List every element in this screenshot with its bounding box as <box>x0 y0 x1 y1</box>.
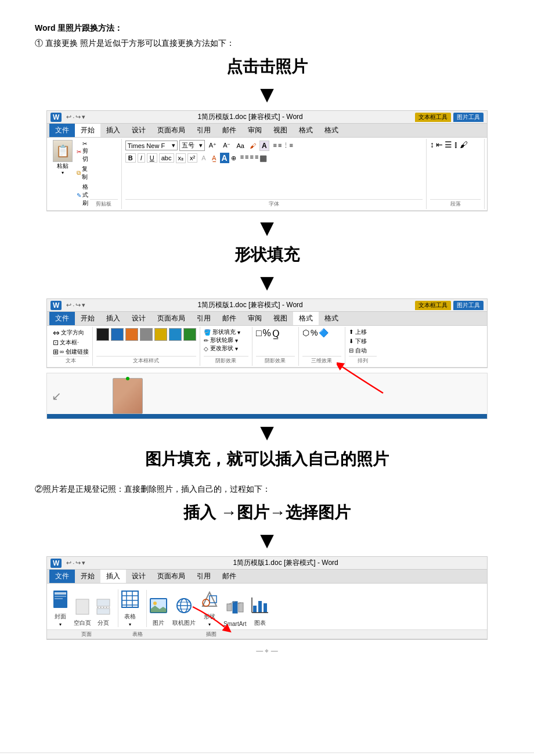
font-size-dropdown[interactable]: ▾ <box>199 142 203 149</box>
tab-format1-2[interactable]: 格式 <box>293 312 319 325</box>
arrange-top-icon[interactable]: ⬆ 上移 <box>349 328 377 336</box>
shape-outline-dropdown[interactable]: ▾ <box>235 337 238 344</box>
arrange-auto-icon[interactable]: ⊟ 自动 <box>349 347 377 355</box>
font-grow-btn[interactable]: A⁺ <box>207 141 219 150</box>
insert-chart-btn[interactable]: 图表 <box>251 596 269 627</box>
aa-btn[interactable]: Aa <box>234 142 246 150</box>
para-border-icon[interactable]: ☰ <box>445 140 452 149</box>
tab-file-1[interactable]: 文件 <box>49 124 75 137</box>
tab-design-2[interactable]: 设计 <box>126 312 151 325</box>
tab-layout-1[interactable]: 页面布局 <box>151 124 191 137</box>
redo-btn[interactable]: ↪ <box>75 113 81 121</box>
redo-btn-3[interactable]: ↪ <box>75 559 81 567</box>
threed-icon1[interactable]: ⬡ <box>302 328 309 337</box>
tab-layout-2[interactable]: 页面布局 <box>151 312 191 325</box>
para-spacing-icon[interactable]: ↕ <box>430 140 434 149</box>
table-dropdown[interactable]: ▾ <box>129 622 131 627</box>
insert-cover-btn[interactable]: 封面 ▾ <box>52 589 69 627</box>
circle-btn[interactable]: ⊕ <box>231 154 236 162</box>
tool-tab-text-2[interactable]: 文本框工具 <box>415 301 451 310</box>
formatbrush-btn[interactable]: ✎ 格式刷 <box>75 182 90 208</box>
para-icon5[interactable]: ▦ <box>259 153 267 163</box>
tab-file-3[interactable]: 文件 <box>49 570 75 583</box>
list-icon[interactable]: ⋮≡ <box>283 142 293 149</box>
paste-icon[interactable]: 📋 <box>53 140 73 162</box>
swatch-blue[interactable] <box>111 328 124 341</box>
arrange-bottom-icon[interactable]: ⬇ 下移 <box>349 337 377 345</box>
font-color-btn[interactable]: 🖌 <box>248 142 258 150</box>
copy-btn[interactable]: ⧉ 复制 <box>75 164 90 182</box>
font-highlight-btn[interactable]: A <box>259 141 269 151</box>
bold-btn[interactable]: B <box>125 153 136 163</box>
tab-insert-1[interactable]: 插入 <box>100 124 126 137</box>
tab-mail-3[interactable]: 邮件 <box>217 570 242 583</box>
strikethrough-btn[interactable]: abc <box>159 153 174 163</box>
cover-dropdown[interactable]: ▾ <box>59 622 62 627</box>
tool-tab-text[interactable]: 文本框工具 <box>415 113 451 122</box>
shadow-icon2[interactable]: % <box>263 328 271 339</box>
shape-fill-btn[interactable]: 🪣 形状填充 ▾ <box>204 328 248 336</box>
tab-view-1[interactable]: 视图 <box>268 124 293 137</box>
font-size-select[interactable]: 五号 ▾ <box>179 140 205 151</box>
shape-fill-dropdown[interactable]: ▾ <box>237 329 240 336</box>
font-color2-btn[interactable]: A <box>199 153 208 163</box>
underline-btn[interactable]: U <box>147 153 157 163</box>
create-link-icon[interactable]: ⊞ <box>53 348 59 356</box>
paste-label[interactable]: 粘贴 <box>57 162 68 170</box>
tab-insert-2[interactable]: 插入 <box>100 312 126 325</box>
tab-layout-3[interactable]: 页面布局 <box>151 570 191 583</box>
threed-icon3[interactable]: 🔷 <box>319 328 329 337</box>
highlight-color-btn[interactable]: A̲ <box>210 154 218 163</box>
tab-insert-3[interactable]: 插入 <box>100 570 126 583</box>
insert-picture-btn[interactable]: 图片 <box>149 596 168 627</box>
para-col-icon[interactable]: ⫿ <box>454 140 458 149</box>
tab-mail-2[interactable]: 邮件 <box>217 312 242 325</box>
paste-dropdown[interactable]: ▾ <box>62 170 64 175</box>
shape-outline-btn[interactable]: ✏ 形状轮廓 ▾ <box>204 336 248 344</box>
change-shape-dropdown[interactable]: ▾ <box>235 345 238 352</box>
insert-blank-btn[interactable]: 空白页 <box>74 598 91 627</box>
tab-home-2[interactable]: 开始 <box>75 312 100 325</box>
font-bigA-btn[interactable]: A <box>220 153 229 163</box>
tab-mail-1[interactable]: 邮件 <box>217 124 242 137</box>
undo-btn[interactable]: ↩ <box>66 113 71 121</box>
tab-ref-2[interactable]: 引用 <box>191 312 217 325</box>
para-indent-icon[interactable]: ⇤ <box>436 140 443 149</box>
tab-ref-3[interactable]: 引用 <box>191 570 217 583</box>
tab-view-2[interactable]: 视图 <box>268 312 293 325</box>
swatch-black[interactable] <box>96 328 109 341</box>
italic-btn[interactable]: I <box>138 153 145 163</box>
para-icon3[interactable]: ≡ <box>250 153 253 163</box>
tab-design-1[interactable]: 设计 <box>126 124 151 137</box>
align-left-icon[interactable]: ≡ <box>273 142 277 149</box>
tab-home-3[interactable]: 开始 <box>75 570 100 583</box>
align-center-icon[interactable]: ≡ <box>278 142 282 149</box>
undo-btn-2[interactable]: ↩ <box>66 301 71 309</box>
tab-home-1[interactable]: 开始 <box>75 124 100 137</box>
shadow-icon3[interactable]: Q̲ <box>272 328 280 339</box>
tool-tab-image[interactable]: 图片工具 <box>453 113 484 122</box>
insert-pagebreak-btn[interactable]: 分页 <box>96 598 111 627</box>
tab-format1-1[interactable]: 格式 <box>293 124 319 137</box>
swatch-lightblue[interactable] <box>169 328 182 341</box>
para-icon1[interactable]: ≡ <box>240 153 244 163</box>
change-shape-btn[interactable]: ◇ 更改形状 ▾ <box>204 344 248 352</box>
text-margin-icon[interactable]: ⊡ <box>53 339 59 347</box>
para-icon4[interactable]: ≡ <box>255 153 258 163</box>
swatch-green[interactable] <box>183 328 196 341</box>
swatch-gold[interactable] <box>154 328 167 341</box>
tab-ref-1[interactable]: 引用 <box>191 124 217 137</box>
redo-btn-2[interactable]: ↪ <box>75 301 81 309</box>
swatch-gray[interactable] <box>140 328 153 341</box>
cut-btn[interactable]: ✂ ✂ 剪切 <box>75 140 90 164</box>
text-direction-icon[interactable]: ⇔ <box>53 328 60 337</box>
tab-format2-1[interactable]: 格式 <box>319 124 344 137</box>
tab-format2-2[interactable]: 格式 <box>319 312 344 325</box>
para-icon2[interactable]: ≡ <box>245 153 248 163</box>
subscript-btn[interactable]: x₂ <box>176 153 186 163</box>
font-name-select[interactable]: Times New F ▾ <box>125 141 178 150</box>
para-shade-icon[interactable]: 🖌 <box>460 140 468 149</box>
font-shrink-btn[interactable]: A⁻ <box>221 141 233 150</box>
shadow-icon1[interactable]: □ <box>256 328 262 339</box>
tool-tab-image-2[interactable]: 图片工具 <box>453 301 484 310</box>
